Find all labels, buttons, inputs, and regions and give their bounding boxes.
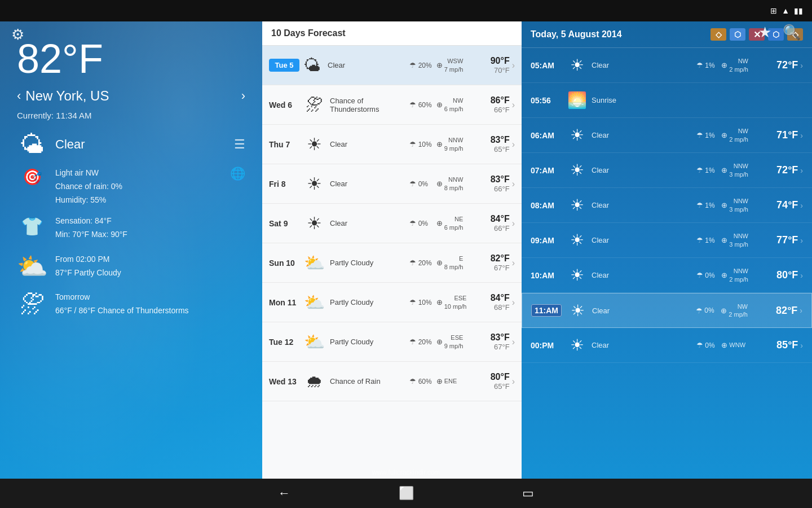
umbrella-icon: ☂ <box>696 201 703 209</box>
forecast-rain: ☂ 20% <box>409 259 436 267</box>
current-condition-text: Clear <box>55 137 85 152</box>
hourly-weather-icon: ☀ <box>566 301 589 320</box>
wind-label: ESE10 mp/h <box>444 294 467 310</box>
temp-low: 66°F <box>477 224 510 233</box>
hourly-description: Clear <box>588 341 696 349</box>
wifi-icon: ▲ <box>782 6 789 15</box>
forecast-row[interactable]: Wed 6⛈Chance of Thunderstorms☂ 60%⊕NW6 m… <box>262 85 522 125</box>
status-bar: ⊞ ▲ ▮▮ <box>0 0 812 21</box>
battery-icon: ▮▮ <box>794 6 803 15</box>
umbrella-icon: ☂ <box>409 61 416 69</box>
hourly-arrow-icon: › <box>800 166 803 175</box>
hourly-rain: ☂ 1% <box>696 61 721 69</box>
temp-low: 65°F <box>477 382 510 391</box>
umbrella-icon: ☂ <box>696 271 703 279</box>
forecast-row[interactable]: Sun 10⛅Partly Cloudy☂ 20%⊕E8 mp/h82°F67°… <box>262 243 522 283</box>
hourly-wind: ⊕NNW2 mp/h <box>721 267 764 283</box>
hourly-row[interactable]: 00:PM☀Clear☂ 0%⊕WNW85°F› <box>522 328 812 363</box>
wind-label: ENE <box>444 377 457 385</box>
home-button[interactable]: ⬜ <box>390 481 423 505</box>
forecast-day-label: Sat 9 <box>269 219 302 228</box>
wind-label: NNW3 mp/h <box>729 197 748 213</box>
forecast-rain: ☂ 60% <box>409 100 436 109</box>
forecast-wind: ⊕NW6 mp/h <box>436 97 477 113</box>
wind-label: WSW7 mp/h <box>444 57 464 73</box>
forecast-arrow-icon: › <box>512 297 515 308</box>
forecast-row[interactable]: Thu 7☀Clear☂ 10%⊕NNW9 mp/h83°F65°F› <box>262 125 522 164</box>
hourly-row[interactable]: 08:AM☀Clear☂ 1%⊕NNW3 mp/h74°F› <box>522 188 812 223</box>
forecast-row[interactable]: Wed 13🌧Chance of Rain☂ 60%⊕ENE80°F65°F› <box>262 362 522 401</box>
hourly-wind: ⊕NNW3 mp/h <box>721 197 764 213</box>
hourly-arrow-icon: › <box>800 201 803 210</box>
filter-icon-2[interactable]: ⬡ <box>730 28 745 41</box>
hourly-description: Clear <box>588 166 696 174</box>
wind-compass-icon: ⊕ <box>721 61 727 69</box>
forecast-rain: ☂ 10% <box>409 140 436 148</box>
forecast-description: Clear <box>326 179 409 188</box>
forecast-arrow-icon: › <box>512 218 515 229</box>
compass-icon: 🎯 <box>17 168 47 186</box>
star-icon[interactable]: ★ <box>758 24 771 41</box>
forecast-wind: ⊕ENE <box>436 377 477 386</box>
tomorrow-desc-text: 66°F / 86°F Chance of Thunderstorms <box>55 306 189 315</box>
current-temperature: 82°F <box>17 38 245 79</box>
compass-icon-small: ⊕ <box>436 61 443 69</box>
hourly-row[interactable]: 06:AM☀Clear☂ 1%⊕NW2 mp/h71°F› <box>522 118 812 153</box>
temp-high: 90°F <box>477 56 510 66</box>
forecast-arrow-icon: › <box>512 376 515 387</box>
forecast-title: 10 Days Forecast <box>262 21 522 46</box>
tomorrow-details: Tomorrow 66°F / 86°F Chance of Thunderst… <box>55 291 189 318</box>
hourly-row[interactable]: 05:56🌅Sunrise <box>522 83 812 118</box>
umbrella-icon: ☂ <box>409 100 416 109</box>
temp-high: 83°F <box>477 332 510 343</box>
hourly-weather-icon: ☀ <box>566 336 588 354</box>
humidity-text: Humidity: 55% <box>55 195 106 204</box>
current-weather-panel: 82°F ‹ New York, US › Currently: 11:34 A… <box>0 21 262 479</box>
hourly-weather-icon: ☀ <box>566 161 588 179</box>
temp-high: 80°F <box>477 372 510 382</box>
temp-low: 65°F <box>477 145 510 154</box>
temp-low: 67°F <box>477 343 510 351</box>
globe-icon[interactable]: 🌐 <box>230 167 245 181</box>
hourly-row[interactable]: 09:AM☀Clear☂ 1%⊕NNW3 mp/h77°F› <box>522 223 812 258</box>
search-icon[interactable]: 🔍 <box>783 24 801 41</box>
hourly-wind: ⊕NW2 mp/h <box>721 57 764 73</box>
forecast-wind: ⊕ESE10 mp/h <box>436 294 477 310</box>
settings-icon[interactable]: ⚙ <box>11 26 24 43</box>
forecast-description: Partly Cloudy <box>326 259 409 267</box>
prev-city-button[interactable]: ‹ <box>17 89 21 103</box>
forecast-day-label: Sun 10 <box>269 259 302 268</box>
umbrella-icon: ☂ <box>409 298 416 306</box>
hourly-weather-icon: ☀ <box>566 196 588 214</box>
wind-label: NNW3 mp/h <box>729 232 748 248</box>
hourly-row[interactable]: 10:AM☀Clear☂ 0%⊕NNW2 mp/h80°F› <box>522 258 812 293</box>
forecast-row[interactable]: Tue 12⛅Partly Cloudy☂ 20%⊕ESE9 mp/h83°F6… <box>262 322 522 362</box>
details-icon[interactable]: ☰ <box>234 137 245 152</box>
hourly-time-label: 09:AM <box>531 236 566 245</box>
umbrella-icon: ☂ <box>696 306 703 315</box>
hourly-row[interactable]: 05:AM☀Clear☂ 1%⊕NW2 mp/h72°F› <box>522 48 812 83</box>
hourly-row[interactable]: 11:AM☀Clear☂ 0%⊕NW2 mp/h82°F› <box>522 293 812 328</box>
hourly-description: Clear <box>588 61 696 69</box>
forecast-row[interactable]: Mon 11⛅Partly Cloudy☂ 10%⊕ESE10 mp/h84°F… <box>262 283 522 322</box>
next-city-button[interactable]: › <box>241 89 245 103</box>
forecast-description: Clear <box>326 140 409 148</box>
wind-compass-icon: ⊕ <box>721 271 727 279</box>
wind-text: Light air NW <box>55 168 99 177</box>
forecast-weather-icon: ⛈ <box>302 95 326 115</box>
hourly-wind: ⊕NNW3 mp/h <box>721 232 764 248</box>
hourly-rain: ☂ 0% <box>696 271 721 279</box>
forecast-row[interactable]: Fri 8☀Clear☂ 0%⊕NNW8 mp/h83°F66°F› <box>262 164 522 204</box>
filter-icon-1[interactable]: ◇ <box>710 28 726 41</box>
hourly-temperature: 71°F <box>764 129 798 141</box>
temp-low: 68°F <box>477 303 510 312</box>
back-button[interactable]: ← <box>269 481 299 505</box>
wind-label: NW2 mp/h <box>729 57 748 73</box>
umbrella-icon: ☂ <box>409 219 416 227</box>
forecast-row[interactable]: Tue 5🌤Clear☂ 20%⊕WSW7 mp/h90°F70°F› <box>262 46 522 85</box>
hourly-rain: ☂ 0% <box>696 306 721 315</box>
forecast-row[interactable]: Sat 9☀Clear☂ 0%⊕NE6 mp/h84°F66°F› <box>262 204 522 243</box>
hourly-row[interactable]: 07:AM☀Clear☂ 1%⊕NNW3 mp/h72°F› <box>522 153 812 188</box>
forecast-wind: ⊕NNW9 mp/h <box>436 136 477 152</box>
recents-button[interactable]: ▭ <box>513 481 543 505</box>
